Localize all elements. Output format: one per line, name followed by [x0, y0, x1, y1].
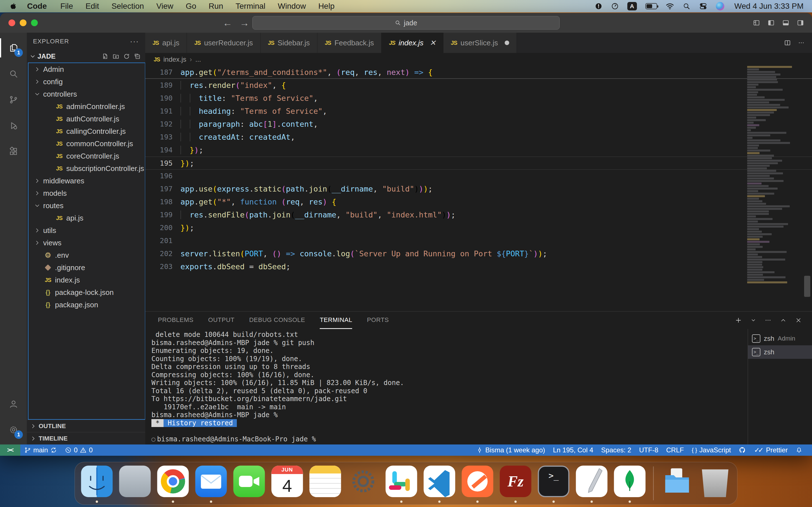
minimap[interactable]: [747, 66, 798, 288]
panel-bottom-icon[interactable]: [782, 19, 790, 26]
panel-tab-debug-console[interactable]: DEBUG CONSOLE: [249, 312, 305, 329]
split-editor-icon[interactable]: [784, 39, 791, 47]
panel-tab-output[interactable]: OUTPUT: [208, 312, 234, 329]
spotlight-icon[interactable]: [682, 2, 691, 11]
dock-vscode[interactable]: [424, 464, 455, 503]
code-line-194[interactable]: 194 });: [145, 144, 812, 157]
code-line-196[interactable]: 196: [145, 170, 812, 182]
panel-right-icon[interactable]: [797, 19, 804, 26]
code-editor[interactable]: 187app.get("/terms_and_conditions*", (re…: [145, 66, 812, 311]
more-actions-icon[interactable]: [798, 40, 805, 46]
menu-help[interactable]: Help: [312, 2, 341, 10]
activity-source-control-icon[interactable]: [0, 87, 27, 113]
breadcrumb-file[interactable]: index.js: [163, 55, 186, 63]
code-line-197[interactable]: 197app.use(express.static(path.join(__di…: [145, 182, 812, 195]
code-line-200[interactable]: 200});: [145, 221, 812, 234]
code-line-203[interactable]: 203exports.dbSeed = dbSeed;: [145, 260, 812, 273]
menu-selection[interactable]: Selection: [105, 2, 150, 10]
code-line-202[interactable]: 202server.listen(PORT, () => console.log…: [145, 247, 812, 260]
dock-trash[interactable]: [700, 464, 731, 503]
tab-api.js[interactable]: JSapi.js: [145, 33, 187, 53]
code-line-191[interactable]: 191 heading: "Terms of Service",: [145, 105, 812, 118]
tree-item-authController.js[interactable]: JSauthController.js: [29, 113, 145, 125]
terminal-output[interactable]: delete mode 100644 build/robots.txtbisma…: [145, 329, 748, 445]
dock-notes[interactable]: [310, 464, 341, 503]
remote-indicator[interactable]: ><: [0, 445, 20, 456]
maximize-panel-icon[interactable]: [780, 317, 786, 324]
close-window-button[interactable]: [8, 19, 15, 26]
code-line-195[interactable]: 195});: [145, 157, 812, 170]
status-notifications[interactable]: [792, 447, 806, 453]
dock-finder[interactable]: [81, 464, 113, 503]
collapse-all-icon[interactable]: [134, 53, 141, 60]
dock-launchpad[interactable]: [119, 464, 151, 503]
activity-account-icon[interactable]: [0, 391, 27, 417]
menu-go[interactable]: Go: [180, 2, 202, 10]
breadcrumb[interactable]: JS index.js › ...: [145, 53, 812, 66]
dock-facetime[interactable]: [234, 464, 265, 503]
dock-system-settings[interactable]: [348, 464, 379, 503]
tree-item-callingController.js[interactable]: JScallingController.js: [29, 125, 145, 137]
status-prettier[interactable]: ✓✓Prettier: [750, 446, 792, 454]
activity-settings-icon[interactable]: 1: [0, 417, 27, 443]
tree-item-routes[interactable]: routes: [29, 200, 145, 212]
project-section-header[interactable]: JADE: [27, 50, 145, 62]
panel-tab-ports[interactable]: PORTS: [367, 312, 389, 329]
menu-window[interactable]: Window: [271, 2, 312, 10]
zoom-window-button[interactable]: [31, 19, 38, 26]
code-line-190[interactable]: 190 title: "Terms of Service",: [145, 92, 812, 105]
dock-filezilla[interactable]: Fz: [500, 464, 531, 503]
status-problems[interactable]: 00: [61, 445, 97, 456]
status-indentation[interactable]: Spaces: 2: [597, 446, 635, 454]
section-timeline[interactable]: TIMELINE: [27, 432, 145, 445]
activity-search-icon[interactable]: [0, 61, 27, 87]
tree-item-index.js[interactable]: JSindex.js: [29, 274, 145, 286]
menu-file[interactable]: File: [54, 2, 79, 10]
panel-tab-problems[interactable]: PROBLEMS: [158, 312, 193, 329]
navigate-forward-icon[interactable]: →: [240, 17, 249, 29]
status-encoding[interactable]: UTF-8: [635, 446, 662, 454]
control-center-icon[interactable]: [699, 2, 707, 11]
new-file-icon[interactable]: [102, 53, 109, 60]
dock-chrome[interactable]: [157, 464, 189, 503]
tree-item-config[interactable]: config: [29, 75, 145, 88]
tree-item-.gitignore[interactable]: .gitignore: [29, 262, 145, 274]
tree-item-commonController.js[interactable]: JScommonController.js: [29, 137, 145, 150]
customize-layout-icon[interactable]: [753, 19, 760, 26]
tree-item-subscriptionController.js[interactable]: JSsubscriptionController.js: [29, 162, 145, 175]
dock-calendar[interactable]: JUN4: [271, 464, 303, 503]
section-outline[interactable]: OUTLINE: [27, 420, 145, 432]
dock-slack[interactable]: [386, 464, 417, 503]
editor-scrollbar[interactable]: [804, 276, 810, 297]
refresh-icon[interactable]: [123, 53, 130, 60]
status-eol[interactable]: CRLF: [662, 446, 688, 454]
breadcrumb-more[interactable]: ...: [195, 55, 201, 63]
navigate-back-icon[interactable]: ←: [223, 17, 232, 29]
panel-left-icon[interactable]: [767, 19, 775, 26]
new-folder-icon[interactable]: [112, 53, 119, 60]
menu-bar-clock[interactable]: Wed 4 Jun 3:33 PM: [734, 2, 804, 11]
code-line-189[interactable]: 189 res.render("index", {: [145, 79, 812, 92]
code-line-198[interactable]: 198app.get("*", function (req, res) {: [145, 195, 812, 209]
notch-app-icon[interactable]: [595, 2, 603, 11]
status-github[interactable]: [735, 446, 750, 454]
more-actions-icon[interactable]: [765, 317, 771, 324]
activity-run-debug-icon[interactable]: [0, 113, 27, 138]
new-terminal-icon[interactable]: [735, 317, 742, 324]
close-tab-icon[interactable]: ✕: [430, 39, 436, 47]
tree-item-Admin[interactable]: Admin: [29, 63, 145, 75]
tree-item-middlewares[interactable]: middlewares: [29, 175, 145, 187]
gauge-icon[interactable]: [611, 2, 619, 11]
battery-icon[interactable]: [645, 2, 657, 11]
menu-code[interactable]: Code: [21, 2, 54, 10]
status-git-blame[interactable]: Bisma (1 week ago): [472, 446, 549, 454]
minimize-window-button[interactable]: [20, 19, 27, 26]
close-panel-icon[interactable]: [795, 317, 802, 324]
code-line-201[interactable]: 201: [145, 234, 812, 247]
dock-textedit[interactable]: [576, 464, 608, 503]
terminal-instance-zsh[interactable]: >_zsh: [748, 345, 812, 359]
code-line-187[interactable]: 187app.get("/terms_and_conditions*", (re…: [145, 66, 812, 79]
terminal-instance-zsh[interactable]: >_zshAdmin: [748, 332, 812, 345]
tab-index.js[interactable]: JSindex.js✕: [382, 33, 443, 53]
status-language-mode[interactable]: { }JavaScript: [688, 446, 735, 454]
